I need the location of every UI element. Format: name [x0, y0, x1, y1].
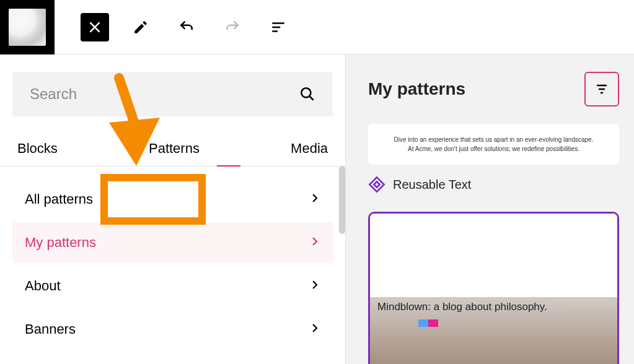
details-button[interactable] [264, 13, 293, 41]
svg-point-5 [301, 88, 310, 97]
details-icon [270, 19, 286, 35]
preview-title: Mindblown: a blog about philosophy. [377, 301, 610, 313]
category-label: All patterns [25, 191, 93, 207]
pencil-icon [133, 19, 149, 35]
scrollbar[interactable] [339, 166, 345, 234]
tab-media[interactable]: Media [286, 131, 333, 166]
reusable-pattern-icon [368, 176, 385, 193]
pattern-category-list: All patterns My patterns About Banners [0, 167, 345, 362]
search-box[interactable] [12, 72, 333, 116]
panel-title: My patterns [368, 79, 465, 99]
pattern-meta: Reusable Text [368, 176, 619, 193]
color-swatch [418, 319, 438, 327]
redo-button[interactable] [218, 13, 247, 41]
close-icon [87, 19, 103, 35]
inserter-tabs: Blocks Patterns Media [0, 131, 345, 167]
chevron-right-icon [309, 235, 320, 251]
preview-line: Dive into an experience that sets us apa… [381, 135, 607, 144]
search-icon [299, 86, 315, 102]
undo-button[interactable] [172, 13, 201, 41]
preview-spacer [370, 214, 617, 297]
pattern-preview-mindblown[interactable]: Mindblown: a blog about philosophy. [368, 212, 619, 364]
close-inserter-button[interactable] [81, 13, 109, 41]
preview-content: Mindblown: a blog about philosophy. [370, 297, 617, 364]
category-all-patterns[interactable]: All patterns [12, 179, 333, 220]
undo-icon [178, 19, 195, 35]
chevron-right-icon [309, 321, 320, 337]
category-label: Banners [25, 321, 76, 337]
inserter-panel: Blocks Patterns Media All patterns My pa… [0, 54, 346, 364]
category-my-patterns[interactable]: My patterns [12, 222, 333, 263]
toolbar-group [81, 13, 293, 41]
chevron-right-icon [309, 191, 320, 207]
search-input[interactable] [30, 85, 299, 103]
pattern-name-label: Reusable Text [393, 178, 471, 192]
active-tab-underline [217, 165, 240, 167]
pattern-preview-panel: My patterns Dive into an experience that… [346, 54, 634, 364]
edit-button[interactable] [126, 13, 155, 41]
tab-blocks[interactable]: Blocks [12, 131, 63, 166]
filter-button[interactable] [584, 72, 619, 106]
chevron-right-icon [309, 278, 320, 294]
pattern-preview-reusable-text[interactable]: Dive into an experience that sets us apa… [368, 124, 619, 165]
top-toolbar [0, 0, 634, 54]
category-label: My patterns [25, 235, 96, 251]
preview-line: At Acme, we don't just offer solutions; … [381, 144, 607, 154]
site-logo-image [9, 9, 46, 46]
category-about[interactable]: About [12, 266, 333, 306]
category-banners[interactable]: Banners [12, 309, 333, 350]
filter-icon [594, 82, 609, 97]
svg-line-6 [309, 96, 314, 100]
site-logo-button[interactable] [0, 0, 55, 54]
category-label: About [25, 278, 61, 294]
redo-icon [224, 19, 240, 35]
tab-patterns[interactable]: Patterns [144, 131, 205, 166]
